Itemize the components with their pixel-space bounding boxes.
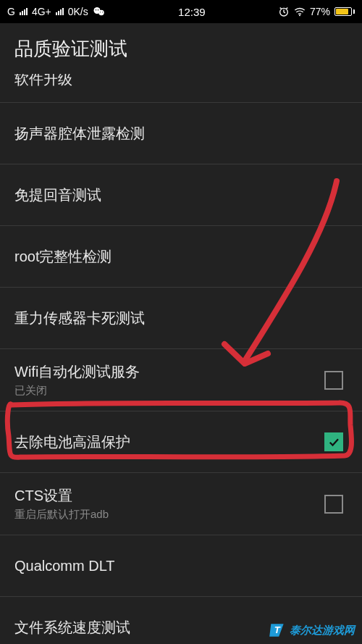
list-item-cts[interactable]: CTS设置 重启后默认打开adb — [0, 473, 362, 535]
status-bar: G 4G+ 0K/s 12:39 77% — [0, 0, 362, 23]
item-title: CTS设置 — [14, 486, 109, 506]
checkbox-battery-protect[interactable] — [324, 432, 343, 451]
speed-label: 0K/s — [68, 6, 88, 17]
list-item-root-check[interactable]: root完整性检测 — [0, 226, 362, 288]
battery-pct: 77% — [310, 6, 330, 17]
alarm-icon — [278, 6, 290, 17]
item-title: 重力传感器卡死测试 — [14, 309, 145, 328]
network-label: 4G+ — [32, 6, 51, 17]
list-item-echo-test[interactable]: 免提回音测试 — [0, 164, 362, 226]
list-item-gravity-sensor[interactable]: 重力传感器卡死测试 — [0, 288, 362, 349]
item-title: 扬声器腔体泄露检测 — [14, 124, 145, 143]
status-right: 77% — [278, 6, 355, 17]
page-title: 品质验证测试 — [14, 36, 127, 62]
watermark-logo-icon: T — [268, 621, 287, 640]
item-title: 免提回音测试 — [14, 185, 101, 205]
wifi-icon — [294, 6, 306, 17]
list-item-speaker-leak[interactable]: 扬声器腔体泄露检测 — [0, 103, 362, 164]
svg-point-5 — [102, 12, 103, 12]
svg-point-2 — [96, 9, 97, 11]
checkmark-icon — [327, 435, 340, 448]
item-sub: 重启后默认打开adb — [14, 508, 109, 522]
list-item-qualcomm-dlt[interactable]: Qualcomm DLT — [0, 535, 362, 597]
list-item-software-upgrade[interactable]: 软件升级 — [0, 74, 362, 103]
settings-list: 软件升级 扬声器腔体泄露检测 免提回音测试 root完整性检测 重力传感器卡死测… — [0, 74, 362, 644]
checkbox-wifi-auto[interactable] — [324, 371, 343, 390]
item-sub: 已关闭 — [14, 384, 140, 398]
svg-point-7 — [299, 14, 300, 16]
watermark-text: 泰尔达游戏网 — [290, 624, 355, 637]
item-title: 去除电池高温保护 — [14, 432, 130, 452]
item-title: root完整性检测 — [14, 247, 111, 267]
status-time: 12:39 — [178, 6, 206, 18]
list-item-battery-protect[interactable]: 去除电池高温保护 — [0, 411, 362, 473]
page-header: 品质验证测试 — [0, 23, 362, 74]
item-title: Wifi自动化测试服务 — [14, 362, 140, 382]
watermark: T 泰尔达游戏网 — [268, 621, 355, 640]
svg-point-1 — [98, 10, 104, 16]
wechat-icon — [93, 5, 106, 18]
list-item-wifi-auto[interactable]: Wifi自动化测试服务 已关闭 — [0, 349, 362, 411]
checkbox-cts[interactable] — [324, 495, 343, 514]
battery-icon — [334, 7, 355, 16]
item-title: 软件升级 — [14, 74, 72, 89]
carrier-label: G — [7, 6, 15, 17]
svg-text:T: T — [274, 624, 281, 635]
svg-point-4 — [100, 12, 101, 12]
item-title: 文件系统速度测试 — [14, 618, 130, 637]
item-title: Qualcomm DLT — [14, 558, 115, 574]
signal-icon-2 — [56, 8, 64, 15]
signal-icon — [20, 8, 28, 15]
status-left: G 4G+ 0K/s — [7, 5, 106, 18]
svg-point-3 — [98, 9, 99, 11]
